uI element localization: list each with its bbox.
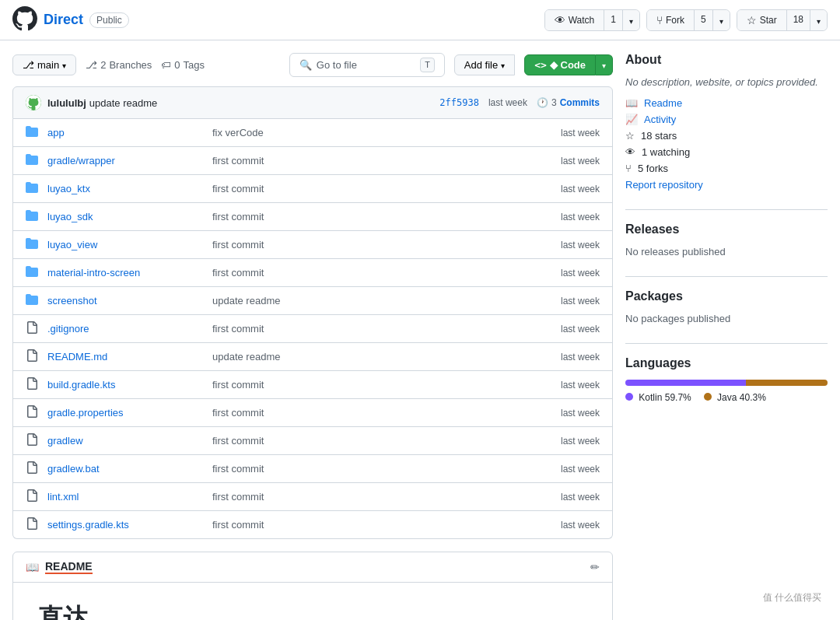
watching-label: 1 watching (642, 146, 690, 158)
table-row: appfix verCodelast week (13, 119, 612, 147)
file-time: last week (561, 520, 600, 531)
table-row: gradlew.batfirst commitlast week (13, 455, 612, 483)
sidebar-readme-link[interactable]: 📖 Readme (625, 97, 828, 109)
readme-heading: 直达 (38, 601, 587, 620)
file-name[interactable]: screenshot (47, 295, 203, 306)
watch-dropdown[interactable] (622, 10, 639, 30)
language-legend: Kotlin 59.7% Java 40.3% (625, 392, 828, 403)
file-commit-message: first commit (212, 211, 551, 222)
code-dropdown[interactable] (596, 54, 613, 75)
java-dot (704, 393, 712, 401)
file-time: last week (561, 324, 600, 335)
fork-button[interactable]: ⑂ Fork (647, 10, 694, 30)
file-name[interactable]: material-intro-screen (47, 267, 203, 278)
file-name[interactable]: luyao_sdk (47, 211, 203, 222)
file-commit-message: first commit (212, 155, 551, 166)
fork-button-group: ⑂ Fork 5 (646, 9, 730, 31)
file-icon (26, 461, 38, 476)
java-label: Java (717, 392, 737, 403)
file-name[interactable]: luyao_view (47, 239, 203, 250)
tags-info[interactable]: 🏷 0 Tags (161, 59, 205, 71)
fork-dropdown[interactable] (712, 10, 730, 30)
fork-icon-sidebar: ⑂ (625, 163, 632, 174)
file-name[interactable]: build.gradle.kts (47, 379, 203, 391)
file-commit-message: first commit (212, 239, 551, 250)
star-icon-sidebar: ☆ (625, 130, 635, 142)
sidebar-divider-1 (625, 209, 828, 210)
add-file-chevron (501, 59, 505, 71)
table-row: gradle.propertiesfirst commitlast week (13, 399, 612, 427)
fork-count[interactable]: 5 (694, 10, 712, 30)
folder-icon (26, 181, 38, 196)
file-name[interactable]: lint.xml (47, 491, 203, 503)
file-name[interactable]: luyao_ktx (47, 183, 203, 194)
file-name[interactable]: .gitignore (47, 323, 203, 335)
star-count[interactable]: 18 (786, 10, 810, 30)
repo-name[interactable]: Direct (44, 12, 83, 28)
add-file-button[interactable]: Add file (454, 54, 515, 75)
eye-icon-sidebar: 👁 (625, 146, 635, 158)
packages-none: No packages published (625, 313, 828, 324)
commit-message: update readme (89, 97, 157, 109)
activity-link-label: Activity (644, 114, 676, 125)
commit-hash[interactable]: 2ff5938 (439, 97, 479, 108)
file-name[interactable]: gradlew.bat (47, 463, 203, 475)
sidebar-watching: 👁 1 watching (625, 146, 828, 158)
branches-label: Branches (109, 59, 152, 71)
main-layout: ⎇ main ⎇ 2 Branches 🏷 0 Tags 🔍 Go (0, 40, 840, 620)
branch-icon: ⎇ (23, 59, 34, 71)
file-icon (26, 349, 38, 364)
folder-icon (26, 153, 38, 168)
file-name[interactable]: settings.gradle.kts (47, 519, 203, 531)
search-icon: 🔍 (299, 59, 312, 71)
about-desc: No description, website, or topics provi… (625, 76, 828, 88)
watermark: 值 什么值得买 (757, 588, 828, 608)
table-row: build.gradle.ktsfirst commitlast week (13, 371, 612, 399)
add-file-group: Add file (454, 54, 515, 75)
sidebar-divider-3 (625, 343, 828, 344)
go-to-file-placeholder: Go to file (317, 59, 357, 71)
star-button-group: ☆ Star 18 (737, 9, 828, 31)
eye-icon: 👁 (555, 14, 565, 26)
file-name[interactable]: gradle.properties (47, 407, 203, 419)
commit-author[interactable]: lulululbj (47, 97, 86, 109)
tags-label: Tags (184, 59, 205, 71)
table-row: .gitignorefirst commitlast week (13, 315, 612, 343)
kotlin-dot (625, 393, 633, 401)
file-commit-message: first commit (212, 435, 551, 447)
commits-link[interactable]: 🕐 3 Commits (537, 97, 600, 108)
sidebar-report-link[interactable]: Report repository (625, 179, 828, 191)
readme-edit-button[interactable]: ✏ (590, 561, 600, 573)
sidebar-activity-link[interactable]: 📈 Activity (625, 114, 828, 125)
code-button-group: <> ◆ Code (524, 54, 613, 75)
star-dropdown[interactable] (810, 10, 827, 30)
file-name[interactable]: gradle/wrapper (47, 155, 203, 166)
table-row: gradlewfirst commitlast week (13, 427, 612, 455)
file-name[interactable]: app (47, 127, 203, 138)
file-time: last week (561, 156, 600, 166)
repo-content: ⎇ main ⎇ 2 Branches 🏷 0 Tags 🔍 Go (12, 53, 613, 620)
watch-count[interactable]: 1 (604, 10, 622, 30)
branch-label: main (37, 59, 59, 71)
file-name[interactable]: gradlew (47, 435, 203, 447)
code-button[interactable]: <> ◆ Code (524, 54, 596, 75)
branches-info[interactable]: ⎇ 2 Branches (86, 59, 152, 71)
watch-label: Watch (569, 15, 595, 26)
forks-label: 5 forks (638, 163, 668, 174)
star-button[interactable]: ☆ Star (737, 10, 786, 30)
table-row: luyao_ktxfirst commitlast week (13, 175, 612, 203)
java-pct: 40.3% (740, 392, 766, 403)
kotlin-bar (625, 380, 746, 386)
branch-selector[interactable]: ⎇ main (12, 54, 76, 75)
file-name[interactable]: README.md (47, 351, 203, 363)
table-row: luyao_sdkfirst commitlast week (13, 203, 612, 231)
languages-title: Languages (625, 356, 828, 370)
file-commit-message: update readme (212, 295, 551, 306)
commits-label: Commits (560, 97, 600, 108)
go-to-file-input[interactable]: 🔍 Go to file T (289, 53, 445, 77)
file-time: last week (561, 212, 600, 222)
readme-title: README (45, 560, 93, 574)
file-commit-message: first commit (212, 407, 551, 419)
kotlin-legend: Kotlin 59.7% (625, 392, 691, 403)
watch-button[interactable]: 👁 Watch (545, 10, 604, 30)
